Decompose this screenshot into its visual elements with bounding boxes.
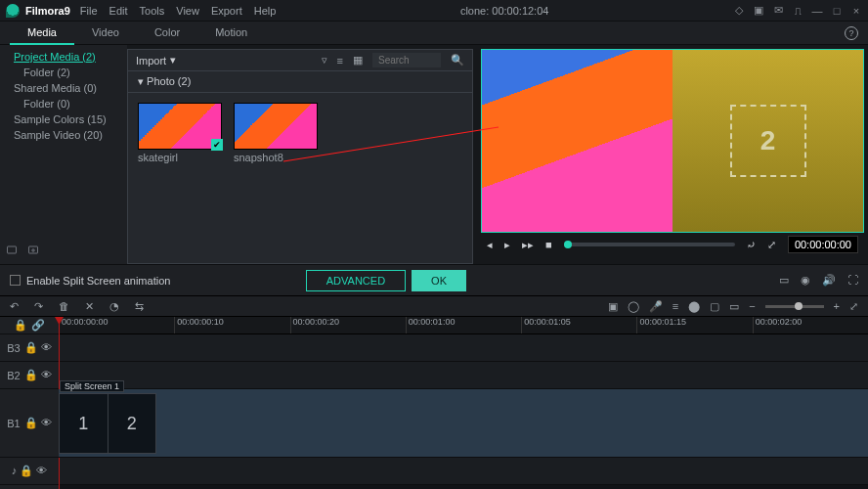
- filter-icon[interactable]: ▿: [322, 54, 327, 67]
- zoom-slider[interactable]: [765, 305, 824, 308]
- tree-sample-colors[interactable]: Sample Colors (15): [6, 111, 121, 127]
- settings-icon[interactable]: ⎍: [792, 5, 803, 17]
- track-lane-b1[interactable]: Split Screen 1 1 2: [59, 389, 868, 458]
- preview-screen[interactable]: 2: [481, 49, 864, 233]
- enable-split-checkbox[interactable]: [10, 275, 21, 286]
- track-head-b1[interactable]: B1 🔒 👁: [0, 389, 59, 458]
- close-icon[interactable]: ×: [850, 5, 862, 17]
- play-icon[interactable]: ▸: [504, 239, 510, 251]
- next-frame-icon[interactable]: ▸▸: [522, 239, 534, 251]
- ruler-tick: 00:00:01:05: [521, 317, 636, 333]
- tab-media[interactable]: Media: [10, 22, 74, 45]
- new-subfolder-icon[interactable]: [27, 244, 39, 258]
- thumbnail-caption: snapshot8: [234, 152, 318, 163]
- record-icon[interactable]: ⬤: [688, 300, 700, 313]
- dropzone-label: 2: [730, 105, 806, 177]
- minimize-icon[interactable]: —: [811, 5, 823, 17]
- zoom-in-icon[interactable]: +: [834, 300, 840, 312]
- import-label: Import: [136, 55, 166, 67]
- timeline-lock-icon[interactable]: 🔒 🔗: [0, 317, 59, 334]
- menu-help[interactable]: Help: [254, 5, 277, 17]
- tree-folder-0[interactable]: Folder (0): [6, 96, 121, 111]
- menu-tools[interactable]: Tools: [140, 5, 165, 17]
- clip-zone-2[interactable]: 2: [108, 394, 156, 453]
- media-thumb-skategirl[interactable]: skategirl: [138, 103, 222, 163]
- thumbnail-image: [138, 103, 222, 150]
- maximize-icon[interactable]: □: [831, 5, 843, 17]
- track-lane-audio[interactable]: [59, 458, 868, 485]
- media-thumb-snapshot8[interactable]: snapshot8: [234, 103, 318, 163]
- ruler-tick: 00:00:02:00: [753, 317, 868, 333]
- undo-icon[interactable]: ↶: [10, 300, 19, 313]
- advanced-button[interactable]: ADVANCED: [306, 270, 406, 291]
- timeline-ruler[interactable]: 00:00:00:00 00:00:00:10 00:00:00:20 00:0…: [59, 317, 868, 334]
- track-lane-b3[interactable]: [59, 334, 868, 362]
- camera-icon[interactable]: ◉: [801, 274, 810, 287]
- marker-icon[interactable]: ◔: [109, 300, 119, 313]
- loop-icon[interactable]: ⤾: [747, 239, 756, 251]
- enable-split-label: Enable Split Screen animation: [26, 275, 170, 287]
- grid-view-icon[interactable]: ▦: [353, 54, 363, 67]
- help-icon[interactable]: ?: [845, 26, 858, 40]
- prev-frame-icon[interactable]: ◂: [487, 239, 493, 251]
- preview-timecode: 00:00:00:00: [788, 236, 858, 253]
- tab-color[interactable]: Color: [137, 22, 197, 45]
- mixer-icon[interactable]: ≡: [673, 300, 678, 312]
- tree-project-media[interactable]: Project Media (2): [6, 49, 121, 65]
- adjust-icon[interactable]: ⇆: [135, 300, 144, 313]
- stop-icon[interactable]: ■: [545, 239, 552, 250]
- clip-zone-1[interactable]: 1: [60, 394, 108, 453]
- tree-sample-video[interactable]: Sample Video (20): [6, 127, 121, 143]
- ruler-tick: 00:00:01:15: [636, 317, 752, 333]
- menu-export[interactable]: Export: [211, 5, 242, 17]
- clip-split-screen[interactable]: Split Screen 1 1 2: [59, 393, 156, 454]
- snapshot-icon[interactable]: ▭: [779, 274, 789, 287]
- track-head-b3[interactable]: B3 🔒 👁: [0, 334, 59, 362]
- timeline-toolbar: ↶ ↷ 🗑 ✕ ◔ ⇆ ▣ ◯ 🎤 ≡ ⬤ ▢ ▭ − + ⤢: [0, 295, 868, 317]
- svg-rect-0: [8, 246, 17, 253]
- splitscreen-zone-2[interactable]: 2: [673, 50, 863, 232]
- redo-icon[interactable]: ↷: [34, 300, 43, 313]
- cut-icon[interactable]: ✕: [85, 300, 94, 313]
- delete-icon[interactable]: 🗑: [59, 300, 69, 312]
- tree-shared-media[interactable]: Shared Media (0): [6, 80, 121, 96]
- splitscreen-zone-1[interactable]: [482, 50, 673, 232]
- search-icon[interactable]: 🔍: [451, 54, 464, 67]
- volume-icon[interactable]: 🔊: [822, 274, 836, 287]
- new-folder-icon[interactable]: [6, 244, 18, 258]
- track-head-b2[interactable]: B2 🔒 👁: [0, 362, 59, 389]
- filmora-logo-icon: [6, 4, 20, 18]
- preview-panel: 2 ◂ ▸ ▸▸ ■ ⤾ ⤢ 00:00:00:00: [477, 45, 868, 264]
- account-icon[interactable]: ◇: [733, 5, 745, 17]
- folder-header[interactable]: ▾ Photo (2): [128, 71, 472, 93]
- messages-icon[interactable]: ✉: [772, 5, 784, 17]
- tree-folder-2[interactable]: Folder (2): [6, 65, 121, 80]
- track-lane-b2[interactable]: [59, 362, 868, 389]
- fit-icon[interactable]: ⤢: [849, 300, 858, 313]
- track-head-audio[interactable]: ♪ 🔒 👁: [0, 458, 59, 485]
- fullscreen-icon[interactable]: ⛶: [847, 274, 858, 287]
- sort-icon[interactable]: ≡: [337, 55, 343, 67]
- mic-icon[interactable]: 🎤: [649, 300, 663, 313]
- ok-button[interactable]: OK: [412, 270, 466, 291]
- titlebar: Filmora9 File Edit Tools View Export Hel…: [0, 0, 868, 22]
- seek-bar[interactable]: [564, 243, 735, 246]
- safe-zone-icon[interactable]: ◯: [628, 300, 639, 313]
- notifications-icon[interactable]: ▣: [753, 5, 764, 17]
- window-title: clone: 00:00:12:04: [276, 5, 733, 17]
- render-icon[interactable]: ▣: [608, 300, 618, 313]
- tool-b-icon[interactable]: ▭: [729, 300, 739, 313]
- thumbnail-caption: skategirl: [138, 152, 222, 163]
- zoom-out-icon[interactable]: −: [749, 300, 755, 312]
- library-tree: Project Media (2) Folder (2) Shared Medi…: [0, 45, 127, 264]
- import-dropdown[interactable]: Import ▾: [136, 54, 176, 67]
- tab-motion[interactable]: Motion: [197, 22, 265, 45]
- menu-edit[interactable]: Edit: [109, 5, 128, 17]
- tool-a-icon[interactable]: ▢: [710, 300, 719, 313]
- expand-icon[interactable]: ⤢: [767, 239, 776, 251]
- timeline-tracks[interactable]: 00:00:00:00 00:00:00:10 00:00:00:20 00:0…: [59, 317, 868, 489]
- menu-file[interactable]: File: [80, 5, 98, 17]
- search-input[interactable]: [372, 53, 441, 67]
- menu-view[interactable]: View: [176, 5, 199, 17]
- tab-video[interactable]: Video: [74, 22, 137, 45]
